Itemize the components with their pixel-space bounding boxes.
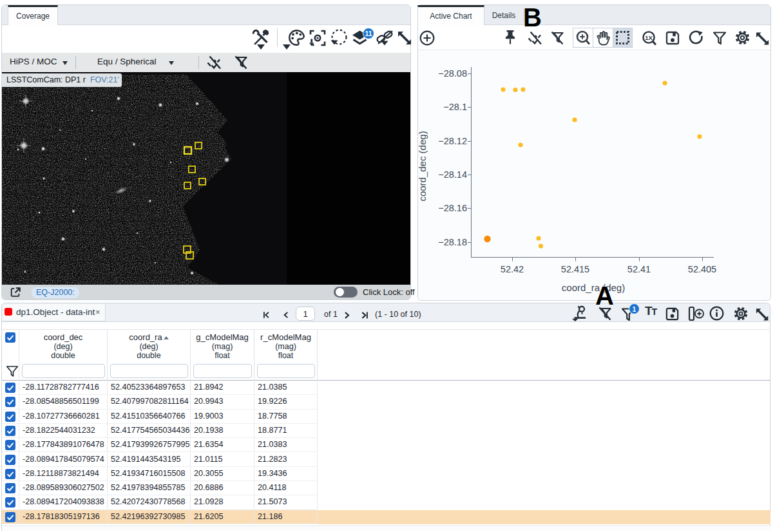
- svg-text:−28.14: −28.14: [438, 169, 467, 180]
- svg-text:52.42: 52.42: [501, 264, 524, 274]
- svg-text:52.41: 52.41: [627, 264, 651, 274]
- svg-text:coord_dec (deg): coord_dec (deg): [418, 131, 428, 201]
- svg-text:−28.08: −28.08: [438, 68, 467, 79]
- svg-text:52.415: 52.415: [561, 264, 589, 274]
- svg-text:coord_ra (deg): coord_ra (deg): [562, 282, 625, 293]
- svg-text:1X: 1X: [645, 34, 653, 41]
- svg-text:−28.18: −28.18: [438, 237, 467, 247]
- svg-text:−28.16: −28.16: [438, 203, 467, 213]
- svg-text:−28.1: −28.1: [443, 102, 467, 112]
- svg-text:52.405: 52.405: [688, 264, 716, 274]
- svg-text:−28.12: −28.12: [438, 136, 467, 146]
